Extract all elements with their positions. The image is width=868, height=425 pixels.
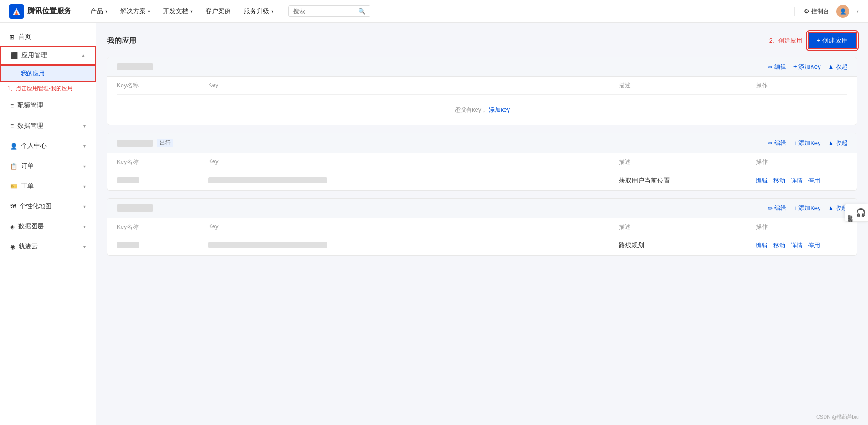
search-input[interactable] — [293, 8, 355, 15]
app-1-actions: ✏ 编辑 + 添加Key ▲ 收起 — [768, 63, 847, 71]
page-layout: ⊞ 首页 ⬛ 应用管理 ▲ 我的应用 1、点击应用管理-我的应用 — [0, 0, 868, 425]
app-1-name-blur — [117, 63, 153, 70]
app-2-table: Key名称 Key 描述 操作 获取用户当前位置 编辑 移动 详情 停用 — [107, 153, 857, 190]
sidebar-item-quota[interactable]: ≡ 配额管理 — [0, 96, 96, 115]
sidebar-home[interactable]: ⊞ 首页 — [0, 28, 96, 46]
order-icon: 📋 — [10, 163, 17, 170]
app-3-edit-link[interactable]: ✏ 编辑 — [768, 204, 786, 212]
console-control[interactable]: ⚙ 控制台 — [804, 7, 829, 16]
app-1-edit-link[interactable]: ✏ 编辑 — [768, 63, 786, 71]
app-3-table-header: Key名称 Key 描述 操作 — [117, 218, 847, 236]
app-card-1: ✏ 编辑 + 添加Key ▲ 收起 Key名称 Key 描述 操作 — [107, 57, 857, 125]
edit-icon: ✏ — [768, 64, 773, 70]
sidebar-item-workorder[interactable]: 🎫 工单 ▾ — [0, 177, 96, 196]
app-2-key-name-blur — [117, 177, 139, 183]
app-management-icon: ⬛ — [10, 52, 18, 59]
app-2-row-move[interactable]: 移动 — [773, 177, 785, 185]
workorder-icon: 🎫 — [10, 183, 17, 190]
sidebar-group-custommap: 🗺 个性化地图 ▾ — [0, 197, 96, 216]
contact-float[interactable]: 🎧 联系客服 — [845, 204, 868, 222]
app-2-tag: 出行 — [157, 139, 173, 147]
sidebar-group-workorder: 🎫 工单 ▾ — [0, 177, 96, 196]
app-1-collapse-link[interactable]: ▲ 收起 — [828, 63, 847, 71]
app-2-edit-link[interactable]: ✏ 编辑 — [768, 139, 786, 147]
app-2-row-1: 获取用户当前位置 编辑 移动 详情 停用 — [117, 171, 847, 190]
app-2-name-blur — [117, 140, 153, 147]
workorder-chevron-icon: ▾ — [83, 184, 86, 189]
app-2-row-edit[interactable]: 编辑 — [756, 177, 768, 185]
sidebar-subitem-my-apps[interactable]: 我的应用 — [0, 65, 96, 82]
sidebar-group-trackcloud: ◉ 轨迹云 ▾ — [0, 237, 96, 256]
nav-item-docs[interactable]: 开发文档 ▾ — [157, 5, 198, 18]
app-3-row-disable[interactable]: 停用 — [808, 242, 820, 250]
app-card-3: ✏ 编辑 + 添加Key ▲ 收起 Key名称 Key 描述 操作 — [107, 198, 857, 256]
app-3-addkey-link[interactable]: + 添加Key — [793, 204, 821, 212]
home-icon: ⊞ — [9, 33, 15, 41]
main-content: 我的应用 2、创建应用 + 创建应用 ✏ 编辑 + 添加Key — [96, 23, 868, 425]
sidebar-item-order[interactable]: 📋 订单 ▾ — [0, 156, 96, 176]
app-2-addkey-link[interactable]: + 添加Key — [793, 139, 821, 147]
sidebar-item-app-management[interactable]: ⬛ 应用管理 ▲ — [0, 46, 96, 65]
trackcloud-icon: ◉ — [10, 243, 15, 250]
chevron-down-icon: ▾ — [105, 9, 107, 14]
csdn-footer: CSDN @橘葫芦biu — [816, 414, 859, 420]
create-app-button[interactable]: + 创建应用 — [808, 32, 857, 49]
app-3-actions: ✏ 编辑 + 添加Key ▲ 收起 — [768, 204, 847, 212]
nav-item-upgrade[interactable]: 服务升级 ▾ — [238, 5, 279, 18]
app-3-row-1: 路线规划 编辑 移动 详情 停用 — [117, 236, 847, 255]
header-right: 2、创建应用 + 创建应用 — [769, 32, 857, 49]
create-step-hint: 2、创建应用 — [769, 37, 802, 45]
search-box[interactable]: 🔍 — [288, 5, 370, 17]
app-3-row-detail[interactable]: 详情 — [791, 242, 803, 250]
app-2-actions: ✏ 编辑 + 添加Key ▲ 收起 — [768, 139, 847, 147]
avatar[interactable]: 👤 — [836, 5, 849, 18]
app-3-key-name-blur — [117, 242, 139, 248]
headphone-icon: 🎧 — [856, 208, 866, 218]
sidebar-item-trackcloud[interactable]: ◉ 轨迹云 ▾ — [0, 237, 96, 256]
chevron-down-icon: ▾ — [271, 9, 273, 14]
logo-area[interactable]: 腾讯位置服务 — [9, 4, 71, 19]
app-1-table: Key名称 Key 描述 操作 还没有key， 添加key — [107, 77, 857, 125]
nav-item-solution[interactable]: 解决方案 ▾ — [115, 5, 155, 18]
app-2-row-disable[interactable]: 停用 — [808, 177, 820, 185]
app-3-row-actions: 编辑 移动 详情 停用 — [756, 242, 847, 250]
sidebar-group-label-left: ⬛ 应用管理 — [10, 51, 47, 59]
app-2-collapse-link[interactable]: ▲ 收起 — [828, 139, 847, 147]
logo-text: 腾讯位置服务 — [27, 6, 71, 16]
app-2-name-area: 出行 — [117, 139, 173, 147]
custommap-icon: 🗺 — [10, 203, 16, 210]
top-nav: 腾讯位置服务 产品 ▾ 解决方案 ▾ 开发文档 ▾ 客户案例 服务升级 ▾ 🔍 … — [0, 0, 868, 23]
data-chevron-icon: ▾ — [83, 124, 86, 129]
add-key-link-1[interactable]: 添加key — [489, 106, 510, 113]
sidebar-item-person[interactable]: 👤 个人中心 ▾ — [0, 136, 96, 156]
step-hint-1: 1、点击应用管理-我的应用 — [0, 83, 96, 96]
app-3-row-move[interactable]: 移动 — [773, 242, 785, 250]
page-title: 我的应用 — [107, 36, 136, 46]
app-1-addkey-link[interactable]: + 添加Key — [793, 63, 821, 71]
app-card-1-header: ✏ 编辑 + 添加Key ▲ 收起 — [107, 57, 857, 77]
app-1-empty: 还没有key， 添加key — [117, 95, 847, 125]
app-2-key-value-blur — [208, 177, 327, 183]
sidebar-item-data[interactable]: ≡ 数据管理 ▾ — [0, 116, 96, 135]
sidebar-group-quota: ≡ 配额管理 — [0, 96, 96, 115]
nav-item-product[interactable]: 产品 ▾ — [85, 5, 113, 18]
search-icon: 🔍 — [358, 8, 365, 15]
sidebar-item-custommap[interactable]: 🗺 个性化地图 ▾ — [0, 197, 96, 216]
data-icon: ≡ — [10, 122, 14, 129]
nav-items: 产品 ▾ 解决方案 ▾ 开发文档 ▾ 客户案例 服务升级 ▾ 🔍 — [85, 5, 793, 18]
app-card-3-header: ✏ 编辑 + 添加Key ▲ 收起 — [107, 199, 857, 218]
edit-icon-2: ✏ — [768, 140, 773, 146]
app-1-table-header: Key名称 Key 描述 操作 — [117, 77, 847, 95]
chevron-down-icon: ▾ — [148, 9, 150, 14]
sidebar: ⊞ 首页 ⬛ 应用管理 ▲ 我的应用 1、点击应用管理-我的应用 — [0, 23, 96, 425]
app-3-key-value-blur — [208, 242, 327, 248]
chevron-down-icon: ▾ — [190, 9, 193, 14]
sidebar-item-datalayer[interactable]: ◈ 数据图层 ▾ — [0, 217, 96, 236]
nav-item-cases[interactable]: 客户案例 — [200, 5, 236, 18]
app-2-table-header: Key名称 Key 描述 操作 — [117, 153, 847, 171]
app-card-2: 出行 ✏ 编辑 + 添加Key ▲ 收起 Key名称 — [107, 133, 857, 191]
app-3-row-edit[interactable]: 编辑 — [756, 242, 768, 250]
sidebar-group-app-management: ⬛ 应用管理 ▲ 我的应用 — [0, 46, 96, 82]
app-2-row-detail[interactable]: 详情 — [791, 177, 803, 185]
app-2-row-actions: 编辑 移动 详情 停用 — [756, 177, 847, 185]
